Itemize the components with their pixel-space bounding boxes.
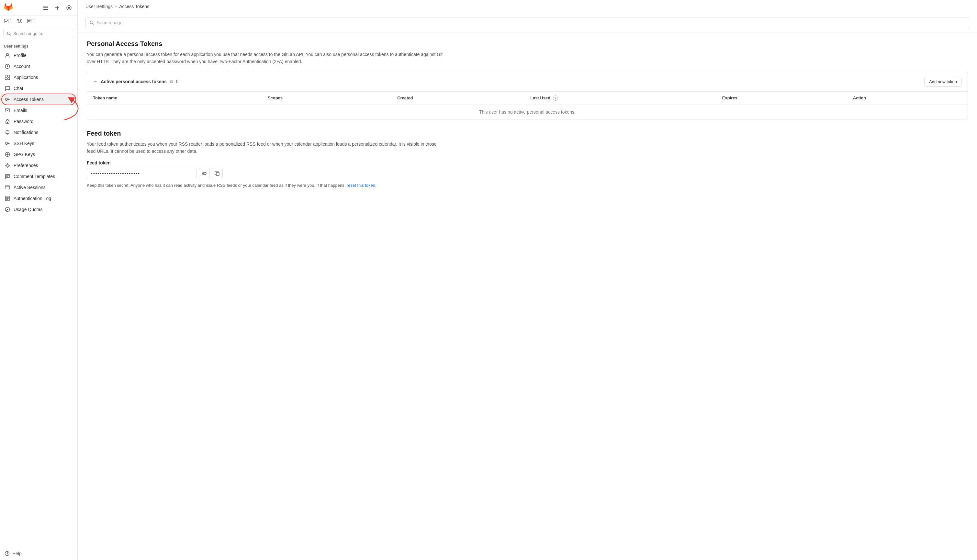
sidebar-item-emails[interactable]: Emails — [0, 105, 77, 116]
sidebar-item-preferences[interactable]: Preferences — [0, 160, 77, 171]
col-action: Action — [847, 92, 968, 105]
search-bar-wrap: Search page — [78, 13, 977, 32]
svg-rect-24 — [5, 186, 10, 189]
applications-icon — [5, 75, 10, 80]
feed-token-input-row — [87, 168, 968, 179]
reveal-token-button[interactable] — [199, 168, 210, 179]
svg-rect-9 — [27, 19, 31, 23]
review-counter[interactable]: 1 — [27, 18, 35, 23]
comment-templates-label: Comment Templates — [13, 174, 55, 179]
notifications-icon — [5, 130, 10, 135]
col-token-name: Token name — [87, 92, 262, 105]
email-icon — [5, 107, 10, 113]
sidebar-item-access-tokens[interactable]: Access Tokens — [0, 94, 77, 105]
svg-rect-1 — [43, 7, 48, 8]
tokens-table-body: This user has no active personal access … — [87, 105, 968, 119]
main-content: User Settings > Access Tokens Search pag… — [78, 0, 977, 560]
feed-token-label: Feed token — [87, 160, 968, 165]
reset-token-link[interactable]: reset this token. — [347, 183, 377, 188]
svg-point-31 — [202, 172, 206, 175]
col-scopes: Scopes — [262, 92, 392, 105]
svg-point-10 — [7, 32, 10, 35]
auth-log-icon — [5, 195, 10, 201]
sidebar-item-profile[interactable]: Profile — [0, 50, 77, 61]
breadcrumb: User Settings > Access Tokens — [78, 0, 977, 13]
svg-point-23 — [7, 165, 8, 167]
pat-description: You can generate a personal access token… — [87, 51, 443, 65]
token-icon — [5, 97, 10, 102]
svg-rect-16 — [8, 78, 10, 80]
preferences-icon — [5, 162, 10, 168]
comment-icon — [5, 173, 10, 179]
password-label: Password — [13, 119, 33, 124]
svg-point-20 — [7, 122, 8, 123]
svg-rect-0 — [43, 6, 48, 7]
content-area: Personal Access Tokens You can generate … — [78, 32, 977, 560]
sidebar-item-password[interactable]: Password — [0, 116, 77, 127]
active-sessions-label: Active Sessions — [13, 185, 46, 190]
sidebar-section-label: User settings — [0, 41, 77, 50]
pat-title: Personal Access Tokens — [87, 40, 968, 48]
svg-rect-14 — [8, 75, 10, 77]
svg-point-29 — [7, 555, 7, 555]
sidebar-item-notifications[interactable]: Notifications — [0, 127, 77, 138]
tokens-box-header: Active personal access tokens 0 Add new … — [87, 72, 968, 92]
sidebar-item-applications[interactable]: Applications — [0, 72, 77, 83]
password-icon — [5, 118, 10, 124]
help-label: Help — [12, 551, 22, 556]
sidebar-item-usage-quotas[interactable]: Usage Quotas — [0, 204, 77, 215]
ssh-keys-label: SSH Keys — [13, 141, 34, 146]
add-new-token-button[interactable]: Add new token — [924, 77, 962, 87]
last-used-info-icon[interactable]: ? — [553, 95, 558, 101]
sidebar-search[interactable]: Search or go to... — [3, 29, 74, 38]
sidebar-item-account[interactable]: Account — [0, 61, 77, 72]
svg-point-27 — [7, 209, 8, 210]
feed-token-title: Feed token — [87, 130, 968, 137]
account-label: Account — [13, 64, 30, 69]
chat-icon — [5, 85, 10, 91]
search-icon — [90, 20, 94, 25]
sidebar-toggle-button[interactable] — [41, 3, 50, 12]
applications-label: Applications — [13, 75, 38, 80]
sidebar-item-authentication-log[interactable]: Authentication Log — [0, 193, 77, 204]
help-button[interactable]: Help — [0, 547, 77, 560]
merge-counter[interactable] — [17, 19, 22, 23]
svg-point-32 — [203, 173, 205, 174]
gitlab-logo[interactable] — [4, 3, 13, 12]
sidebar-item-active-sessions[interactable]: Active Sessions — [0, 182, 77, 193]
svg-rect-15 — [5, 78, 7, 80]
help-icon — [5, 551, 10, 556]
search-placeholder: Search page — [97, 20, 122, 25]
quota-icon — [5, 207, 10, 212]
sessions-icon — [5, 185, 10, 190]
sidebar-counters: 1 1 — [0, 16, 77, 26]
sidebar-item-gpg-keys[interactable]: GPG Keys — [0, 149, 77, 160]
active-tokens-title: Active personal access tokens 0 — [93, 79, 179, 84]
sidebar-item-comment-templates[interactable]: Comment Templates — [0, 171, 77, 182]
tokens-box: Active personal access tokens 0 Add new … — [87, 72, 968, 120]
col-expires: Expires — [716, 92, 847, 105]
svg-rect-2 — [43, 9, 48, 10]
breadcrumb-parent[interactable]: User Settings — [85, 4, 113, 9]
new-item-button[interactable] — [53, 3, 62, 12]
todo-counter[interactable]: 1 — [4, 18, 12, 23]
preferences-label: Preferences — [13, 163, 38, 168]
sidebar-item-ssh-keys[interactable]: SSH Keys — [0, 138, 77, 149]
eye-icon — [202, 171, 207, 176]
svg-point-4 — [68, 7, 70, 9]
authentication-log-label: Authentication Log — [13, 196, 51, 201]
search-bar[interactable]: Search page — [85, 17, 969, 28]
activity-icon[interactable] — [64, 3, 73, 12]
profile-label: Profile — [13, 53, 27, 58]
svg-rect-33 — [216, 173, 219, 175]
breadcrumb-separator: > — [115, 4, 117, 9]
notifications-label: Notifications — [13, 130, 38, 135]
gpg-icon — [5, 152, 10, 157]
col-created: Created — [392, 92, 524, 105]
sidebar-top-bar — [0, 0, 77, 16]
sidebar-item-chat[interactable]: Chat — [0, 83, 77, 94]
breadcrumb-current: Access Tokens — [119, 4, 149, 9]
copy-token-button[interactable] — [212, 168, 223, 179]
feed-token-note: Keep this token secret. Anyone who has i… — [87, 182, 378, 189]
feed-token-input[interactable] — [87, 168, 197, 179]
